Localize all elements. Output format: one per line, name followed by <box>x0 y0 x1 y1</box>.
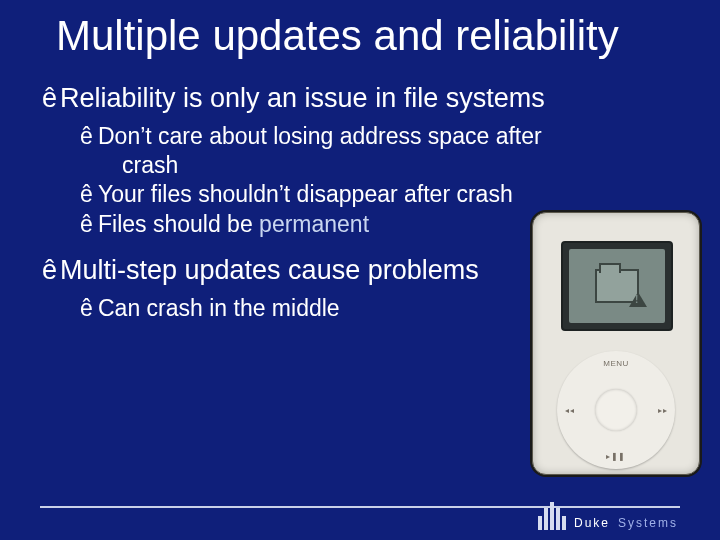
device-image: MENU ◂◂ ▸▸ ▸❚❚ <box>532 212 700 475</box>
bullet-text: Can crash in the middle <box>98 295 340 321</box>
highlight-word: permanent <box>259 211 369 237</box>
bullet-level2: êYour files shouldn’t disappear after cr… <box>80 180 720 209</box>
bullet-continuation: crash <box>80 151 700 180</box>
device-screen-bezel <box>561 241 673 331</box>
device-wheel: MENU ◂◂ ▸▸ ▸❚❚ <box>557 351 675 469</box>
bullet-glyph: ê <box>42 253 60 288</box>
bullet-level1: êReliability is only an issue in file sy… <box>42 81 720 116</box>
bullet-text: Don’t care about losing address space af… <box>98 123 542 149</box>
bullet-level2: êDon’t care about losing address space a… <box>80 122 720 181</box>
bullet-text: Files should be <box>98 211 259 237</box>
brand-block: Duke Systems <box>538 502 678 530</box>
bullet-glyph: ê <box>42 81 60 116</box>
bullet-glyph: ê <box>80 122 98 151</box>
bullet-glyph: ê <box>80 294 98 323</box>
wheel-menu-label: MENU <box>603 359 629 368</box>
brand-logo-icon <box>538 502 566 530</box>
bullet-glyph: ê <box>80 210 98 239</box>
slide-title: Multiple updates and reliability <box>0 0 720 67</box>
wheel-prev-icon: ◂◂ <box>565 406 574 415</box>
brand-word-1: Duke <box>574 516 610 530</box>
warning-icon <box>629 292 647 307</box>
wheel-play-icon: ▸❚❚ <box>606 452 626 461</box>
bullet-text: Reliability is only an issue in file sys… <box>60 83 545 113</box>
wheel-next-icon: ▸▸ <box>658 406 667 415</box>
wheel-center-button <box>595 389 637 431</box>
device-screen <box>569 249 665 323</box>
bullet-glyph: ê <box>80 180 98 209</box>
brand-word-2: Systems <box>618 516 678 530</box>
bullet-text: Multi-step updates cause problems <box>60 255 479 285</box>
bullet-text: Your files shouldn’t disappear after cra… <box>98 181 513 207</box>
